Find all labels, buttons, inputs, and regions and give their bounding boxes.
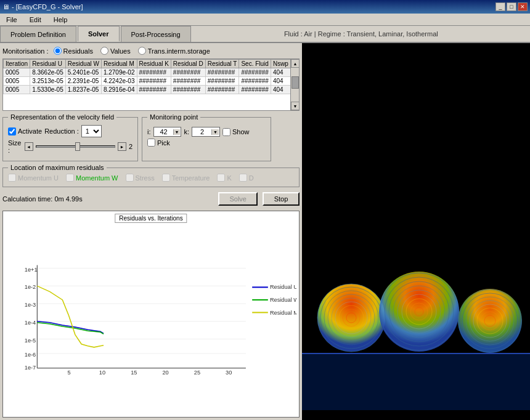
k-check[interactable]: K	[217, 174, 231, 182]
visualization-panel	[302, 43, 530, 420]
minimize-button[interactable]: _	[495, 2, 505, 11]
monitoring-label: Monitorisation :	[2, 47, 49, 55]
k-spinbox[interactable]: 2 ▼	[192, 127, 220, 137]
max-residuals-panel: Location of maximum residuals Momentum U…	[2, 164, 300, 187]
pick-checkbox[interactable]: Pick	[147, 139, 170, 147]
app-icon: 🖥	[2, 3, 9, 10]
col-residual-k: Residual K	[137, 60, 171, 68]
reduction-select[interactable]: 123	[81, 125, 102, 137]
svg-point-31	[317, 284, 385, 352]
cfd-visualization	[302, 43, 530, 420]
scroll-up[interactable]: ▲	[291, 59, 300, 68]
velocity-field-panel: Representation of the velocity field Act…	[2, 113, 138, 161]
d-check[interactable]: D	[239, 174, 254, 182]
menu-help[interactable]: Help	[50, 15, 71, 25]
svg-text:1e-7: 1e-7	[25, 365, 36, 371]
scroll-down[interactable]: ▼	[291, 102, 300, 110]
svg-text:1e-2: 1e-2	[25, 284, 36, 290]
calc-row: Calculation time: 0m 4.99s Solve Stop	[2, 190, 300, 208]
menu-file[interactable]: File	[2, 15, 21, 25]
close-button[interactable]: ✕	[518, 2, 528, 11]
col-residual-u: Residual U	[30, 60, 66, 68]
size-value: 2	[129, 143, 132, 150]
col-residual-w: Residual W	[65, 60, 101, 68]
radio-residuals[interactable]: Residuals	[54, 47, 93, 55]
k-down-arrow[interactable]: ▼	[211, 129, 219, 135]
menu-edit[interactable]: Edit	[26, 15, 45, 25]
show-checkbox[interactable]: Show	[222, 128, 250, 136]
stop-button[interactable]: Stop	[263, 192, 300, 206]
calc-time-value: 0m 4.99s	[54, 195, 82, 203]
svg-text:Residual M: Residual M	[270, 310, 296, 316]
maximize-button[interactable]: □	[507, 2, 516, 11]
radio-values[interactable]: Values	[100, 47, 131, 55]
tab-bar: Problem Definition Solver Post-Processin…	[0, 26, 530, 43]
momentum-u-check[interactable]: Momentum U	[8, 174, 59, 182]
svg-text:Residual U: Residual U	[270, 284, 296, 290]
monitoring-row: Monitorisation : Residuals Values Trans.…	[2, 46, 300, 56]
size-label: Size :	[8, 139, 22, 154]
velocity-legend: Representation of the velocity field	[8, 113, 116, 121]
residuals-legend: Location of maximum residuals	[8, 164, 107, 171]
svg-text:1e-5: 1e-5	[25, 337, 36, 344]
tab-postprocess[interactable]: Post-Processing	[121, 26, 191, 42]
radio-trans[interactable]: Trans.interm.storage	[138, 47, 210, 55]
svg-text:30: 30	[226, 370, 232, 376]
menu-bar: File Edit Help	[0, 14, 530, 26]
chart-title: Residuals vs. Iterations	[115, 214, 187, 223]
svg-text:1e+1: 1e+1	[25, 267, 38, 273]
panels-row: Representation of the velocity field Act…	[2, 113, 300, 161]
tab-problem[interactable]: Problem Definition	[0, 26, 76, 42]
calc-time-label: Calculation time: 0m 4.99s	[2, 195, 83, 203]
scroll-thumb[interactable]	[292, 76, 299, 89]
slider-left-btn[interactable]: ◄	[25, 142, 33, 151]
svg-text:1e-3: 1e-3	[25, 302, 36, 308]
svg-text:15: 15	[131, 370, 137, 376]
stress-check[interactable]: Stress	[126, 174, 155, 182]
table-row: 00051.5330e-051.8237e-058.2916e-04######…	[4, 86, 291, 94]
residuals-row: Momentum U Momentum W Stress Temperature…	[8, 174, 294, 182]
radio-group: Residuals Values Trans.interm.storage	[54, 47, 210, 55]
monitoring-point-panel: Monitoring point i: 42 ▼ k: 2 ▼ Show	[142, 113, 271, 161]
momentum-w-check[interactable]: Momentum W	[66, 174, 118, 182]
temperature-check[interactable]: Temperature	[162, 174, 210, 182]
table-scrollbar[interactable]: ▲ ▼	[290, 59, 299, 110]
i-down-arrow[interactable]: ▼	[173, 129, 181, 135]
svg-rect-60	[302, 353, 530, 410]
i-spinbox[interactable]: 42 ▼	[153, 127, 182, 137]
table-row: 00058.3662e-055.2401e-051.2709e-02######…	[4, 68, 291, 77]
left-panel: Monitorisation : Residuals Values Trans.…	[0, 43, 302, 420]
slider-track[interactable]	[36, 145, 115, 148]
window-title: - [EasyCFD_G - Solver]	[12, 3, 83, 10]
slider-right-btn[interactable]: ►	[118, 142, 126, 151]
svg-text:1e-6: 1e-6	[25, 352, 36, 358]
col-residual-t: Residual T	[205, 60, 239, 68]
svg-text:10: 10	[99, 370, 105, 376]
k-label: k:	[184, 128, 189, 135]
data-table-container: Iteration Residual U Residual W Residual…	[2, 59, 300, 111]
i-label: i:	[147, 128, 151, 135]
col-residual-m: Residual M	[101, 60, 137, 68]
table-row: 00053.2513e-052.2391e-054.2242e-03######…	[4, 77, 291, 86]
activate-checkbox[interactable]: Activate	[8, 127, 42, 135]
svg-text:20: 20	[162, 370, 168, 376]
col-iteration: Iteration	[4, 60, 30, 68]
monitor-legend: Monitoring point	[147, 113, 200, 121]
title-bar: 🖥 - [EasyCFD_G - Solver] _ □ ✕	[0, 0, 530, 14]
svg-text:25: 25	[194, 370, 200, 376]
chart-svg: 1e+1 1e-2 1e-3 1e-4 1e-5 1e-6 1e-7 5 10 …	[6, 214, 296, 414]
svg-point-41	[379, 272, 459, 352]
chart-container: Residuals vs. Iterations 1e+1 1e-2 1e-3 …	[2, 211, 300, 418]
col-sec-fluid: Sec. Fluid	[239, 60, 271, 68]
svg-text:Residual W: Residual W	[270, 297, 296, 303]
solve-button[interactable]: Solve	[218, 192, 258, 206]
col-residual-d: Residual D	[171, 60, 205, 68]
col-nswp: Nswp p'	[271, 60, 290, 68]
svg-text:1e-4: 1e-4	[25, 320, 36, 326]
data-table: Iteration Residual U Residual W Residual…	[3, 59, 290, 94]
size-slider: ◄ ►	[25, 142, 126, 151]
fluid-info: Fluid : Air | Regime : Transient, Lamina…	[192, 26, 530, 42]
svg-text:5: 5	[68, 370, 71, 376]
tab-solver[interactable]: Solver	[78, 26, 120, 42]
